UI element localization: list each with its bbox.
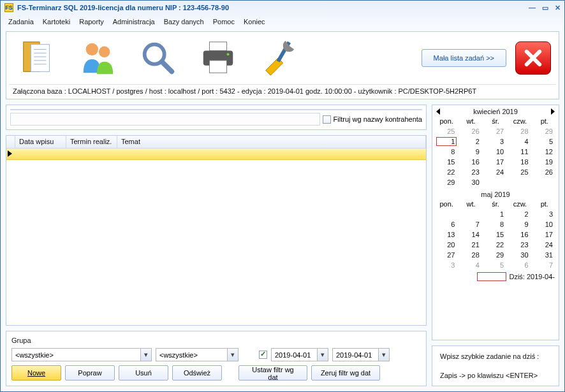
calendar-day[interactable]: 17: [534, 230, 555, 239]
users-icon[interactable]: [73, 36, 124, 80]
calendar-month1-title: kwiecień 2019: [440, 108, 551, 115]
menu-pomoc[interactable]: Pomoc: [209, 17, 238, 27]
calendar-day[interactable]: 17: [485, 157, 506, 166]
calendar-day[interactable]: 15: [485, 230, 506, 239]
menu-zadania[interactable]: Zadania: [4, 17, 38, 27]
calendar-day[interactable]: 12: [534, 147, 555, 156]
menu-administracja[interactable]: Administracja: [109, 17, 159, 27]
calendar-day[interactable]: 1: [436, 137, 457, 146]
calendar-day[interactable]: 24: [485, 168, 506, 177]
calendar-day[interactable]: 30: [460, 178, 481, 187]
grid-col-termin-realiz[interactable]: Termin realiz.: [66, 136, 117, 148]
filter-input-1[interactable]: [10, 109, 422, 110]
calendar-today-box[interactable]: [477, 272, 506, 281]
zeruj-filtr-button[interactable]: Zeruj filtr wg dat: [311, 365, 380, 381]
calendar-day[interactable]: 23: [460, 168, 481, 177]
calendar-day[interactable]: 27: [485, 127, 506, 136]
tools-icon[interactable]: [253, 36, 304, 80]
calendar-month2-grid[interactable]: 1236789101314151617202122232427282930313…: [436, 210, 555, 270]
calendar-day[interactable]: 11: [510, 147, 530, 156]
small-task-list-button[interactable]: Mała lista zadań >>: [422, 49, 506, 67]
calendar-month1-daynames: pon.wt.śr.czw.pt.: [436, 117, 555, 126]
calendar-day[interactable]: 5: [534, 137, 555, 146]
calendar-day[interactable]: 28: [460, 250, 481, 259]
calendar-day[interactable]: 29: [534, 127, 555, 136]
menu-kartoteki[interactable]: Kartoteki: [39, 17, 74, 27]
popraw-button[interactable]: Popraw: [65, 365, 115, 381]
calendar-day[interactable]: 6: [510, 261, 530, 270]
calendar-day[interactable]: 29: [485, 250, 506, 259]
calendar-day[interactable]: 3: [534, 210, 555, 219]
right-column: kwiecień 2019 pon.wt.śr.czw.pt. 25262728…: [432, 105, 559, 386]
calendar-day[interactable]: 4: [460, 261, 481, 270]
calendar-day[interactable]: 26: [534, 168, 555, 177]
calendar-day[interactable]: 25: [436, 127, 457, 136]
calendar-day[interactable]: 30: [510, 250, 530, 259]
minimize-icon[interactable]: —: [529, 4, 536, 12]
calendar-day[interactable]: 7: [534, 261, 555, 270]
filter-input-2[interactable]: [10, 113, 320, 126]
calendar-day[interactable]: 27: [436, 250, 457, 259]
calendar-month1-grid[interactable]: 2526272829123458910111215161718192223242…: [436, 127, 555, 187]
calendar-day[interactable]: 2: [460, 137, 481, 146]
group-combo-2[interactable]: <wszystkie> ▾: [156, 348, 238, 361]
calendar-day[interactable]: 3: [485, 137, 506, 146]
calendar-day[interactable]: 31: [534, 250, 555, 259]
calendar-day[interactable]: 14: [460, 230, 481, 239]
search-icon[interactable]: [133, 36, 184, 80]
left-column: Filtruj wg nazwy kontrahenta Data wpisu …: [6, 105, 427, 386]
calendar-day[interactable]: 22: [436, 168, 457, 177]
calendar-day[interactable]: 16: [510, 230, 530, 239]
calendar-day[interactable]: 22: [485, 240, 506, 249]
calendar-day[interactable]: 10: [534, 220, 555, 229]
odswiez-button[interactable]: Odśwież: [172, 365, 222, 381]
close-big-button[interactable]: [515, 41, 551, 75]
maximize-icon[interactable]: ▭: [542, 4, 548, 12]
calendar-day[interactable]: 6: [436, 220, 457, 229]
calendar-day[interactable]: 16: [460, 157, 481, 166]
calendar-day[interactable]: 28: [510, 127, 530, 136]
calendar-day[interactable]: 4: [510, 137, 530, 146]
calendar-day[interactable]: 7: [460, 220, 481, 229]
calendar-day[interactable]: 3: [436, 261, 457, 270]
calendar-day[interactable]: 9: [460, 147, 481, 156]
grid-col-temat[interactable]: Temat: [117, 136, 426, 148]
calendar-day[interactable]: 8: [485, 220, 506, 229]
calendar-day[interactable]: 1: [485, 210, 506, 219]
calendar-day[interactable]: 20: [436, 240, 457, 249]
date-to-field[interactable]: 2019-04-01 ▾: [332, 348, 390, 361]
group-combo-1[interactable]: <wszystkie> ▾: [11, 348, 152, 361]
calendar-day[interactable]: 9: [510, 220, 530, 229]
calendar-day[interactable]: 13: [436, 230, 457, 239]
calendar-day[interactable]: 25: [510, 168, 530, 177]
ustaw-filtr-button[interactable]: Ustaw filtr wg dat: [238, 365, 307, 381]
calendar-day[interactable]: 21: [460, 240, 481, 249]
files-icon[interactable]: [13, 36, 64, 80]
grid-row-selected[interactable]: [6, 149, 426, 160]
calendar-day[interactable]: 26: [460, 127, 481, 136]
date-from-field[interactable]: 2019-04-01 ▾: [271, 348, 328, 361]
printer-icon[interactable]: [193, 36, 244, 80]
menu-bazy-danych[interactable]: Bazy danych: [160, 17, 208, 27]
calendar-day[interactable]: 19: [534, 157, 555, 166]
date-filter-checkbox[interactable]: ✓: [259, 351, 267, 359]
nowe-button[interactable]: Nowe: [11, 365, 61, 381]
close-icon[interactable]: ✕: [555, 4, 561, 12]
usun-button[interactable]: Usuń: [119, 365, 168, 381]
calendar-day[interactable]: 23: [510, 240, 530, 249]
calendar-day[interactable]: 2: [510, 210, 530, 219]
filter-checkbox[interactable]: [323, 115, 331, 124]
calendar-day[interactable]: 10: [485, 147, 506, 156]
calendar-day[interactable]: 15: [436, 157, 457, 166]
calendar-day[interactable]: 24: [534, 240, 555, 249]
grid-body[interactable]: [6, 149, 426, 325]
calendar-day[interactable]: 18: [510, 157, 530, 166]
calendar-day[interactable]: 5: [485, 261, 506, 270]
grid-col-data-wpisu[interactable]: Data wpisu: [15, 136, 66, 148]
menu-raporty[interactable]: Raporty: [75, 17, 108, 27]
grid-header: Data wpisu Termin realiz. Temat: [6, 136, 426, 149]
calendar-day[interactable]: 29: [436, 178, 457, 187]
menu-koniec[interactable]: Koniec: [240, 17, 269, 27]
calendar-day[interactable]: 8: [436, 147, 457, 156]
calendar-next-icon[interactable]: [551, 108, 555, 115]
